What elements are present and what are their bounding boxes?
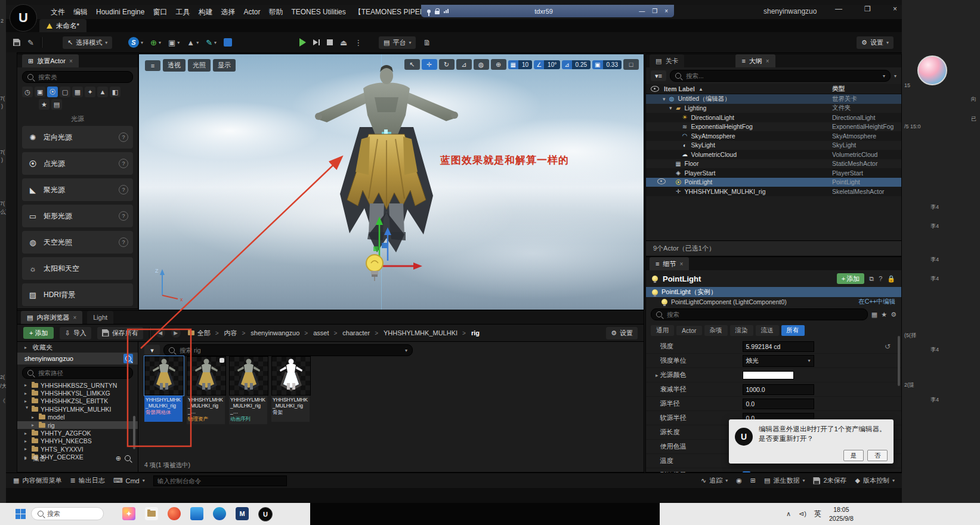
add-collection-icon[interactable]: ⊕ (116, 455, 121, 462)
project-root-row[interactable]: shenyinwangzuo (17, 353, 138, 365)
console-command-input[interactable] (153, 475, 287, 486)
session-icon[interactable]: S▾ (128, 37, 143, 48)
eject-button[interactable]: ⏏ (340, 38, 347, 47)
folder-tree-item[interactable]: ▸ YHTS_KYXXVI (17, 445, 138, 453)
settings-menu[interactable]: ⚙ 设置 ▾ (857, 36, 894, 49)
taskbar-app-icon[interactable]: M (236, 507, 249, 520)
play-options-icon[interactable]: ⋮ (354, 38, 362, 47)
folder-tree-item[interactable]: ▸ YHHYH_NKECBS (17, 437, 138, 445)
menu-item[interactable]: 构建 (194, 5, 217, 19)
taskbar-app-icon[interactable] (190, 507, 203, 520)
menu-item[interactable]: 文件 (47, 5, 69, 19)
folder-tree-item[interactable]: ▸ YHHTY_AZGFOK (17, 429, 138, 437)
geometry-icon[interactable]: ▲ (97, 87, 108, 97)
place-actor-item[interactable]: ✺ 定向光源 ? (22, 126, 133, 149)
start-button[interactable] (16, 509, 26, 519)
derived-data-dropdown[interactable]: ▤ 派生数据 ▾ (764, 476, 805, 485)
viewport-menu-button[interactable]: 透视 (163, 59, 186, 72)
edit-in-cpp-link[interactable]: 在C++中编辑 (858, 298, 895, 306)
collections-row[interactable]: ▸ 集合 ⊕ (17, 453, 138, 464)
chevron-down-icon[interactable]: ▾ (405, 348, 407, 353)
expander-icon[interactable]: ▸ (24, 438, 29, 444)
folder-tree-item[interactable]: ▸ YHHSHHKBSZS_URNTYN (17, 381, 138, 389)
outliner-row[interactable]: ▾ ☁ VolumetricCloud VolumetricCloud (646, 150, 901, 159)
breadcrumb-item[interactable]: shenyinwangzuo > (249, 329, 311, 336)
breadcrumb-item[interactable]: asset > (312, 329, 340, 336)
stop-button[interactable] (327, 39, 333, 45)
avatar[interactable] (917, 55, 947, 85)
details-search[interactable] (651, 308, 868, 320)
breadcrumb-item[interactable]: character > (341, 329, 381, 336)
help-icon[interactable]: ? (119, 132, 128, 142)
add-actor-icon[interactable]: ⊕▾ (150, 38, 161, 47)
place-actor-item[interactable]: ⦿ 点光源 ? (22, 152, 133, 175)
outliner-row[interactable]: ▾ ◐ SkyLight SkyLight (646, 141, 901, 150)
details-tab[interactable]: ≡ 细节 × (650, 257, 689, 270)
place-actor-item[interactable]: ☼ 太阳和天空 ? (22, 257, 133, 280)
help-icon[interactable]: ? (119, 211, 128, 221)
filter-search-icon[interactable] (123, 354, 133, 363)
rdp-close-button[interactable]: × (664, 8, 668, 14)
rdp-minimize-button[interactable]: — (639, 8, 645, 14)
expander-icon[interactable]: ▸ (32, 422, 36, 428)
place-actor-item[interactable]: ▨ HDRI背景 ? (22, 283, 133, 306)
expander-icon[interactable]: ▸ (656, 372, 659, 378)
scale-snap-control[interactable]: ⊿ 0.25 (562, 60, 591, 69)
expander-icon[interactable]: ▸ (24, 399, 29, 404)
help-icon[interactable]: ? (879, 275, 882, 282)
viewport-menu-button[interactable]: 显示 (213, 59, 236, 72)
folder-tree-item[interactable]: ▸ YHHSHHKYSL_LIMKXG (17, 389, 138, 397)
unsaved-button[interactable]: 2未保存 (813, 476, 846, 485)
asset-card[interactable]: YHHSHYLMHK_MULHKI_rig 骨骼网格体 (144, 356, 184, 424)
place-actor-search-input[interactable] (37, 73, 128, 81)
scrollbar[interactable] (133, 416, 135, 449)
outliner-row[interactable]: ▾ ≋ ExponentialHeightFog ExponentialHeig… (646, 122, 901, 132)
details-search-input[interactable] (666, 310, 862, 319)
favorites-row[interactable]: ▸ 收藏夹 (17, 342, 138, 353)
content-settings-menu[interactable]: ⚙ 设置 (606, 327, 638, 339)
rdp-restore-button[interactable]: ❐ (652, 8, 657, 14)
outliner-row[interactable]: ▾ ▦ Floor StaticMeshActor (646, 159, 901, 169)
menu-item[interactable]: Houdini Engine (92, 6, 149, 18)
breadcrumb-item[interactable]: rig > (470, 329, 481, 336)
details-filter-tab[interactable]: 渲染 (730, 325, 753, 336)
import-button[interactable]: ⇩ 导入 (60, 327, 91, 339)
display-options-icon[interactable]: ▦ (871, 311, 877, 319)
path-search-input[interactable] (37, 369, 128, 377)
property-input[interactable]: 5.992184 cd (743, 341, 814, 352)
blueprints-icon[interactable]: ▣▾ (168, 38, 180, 47)
trace-dropdown[interactable]: ∿ 追踪 ▾ (701, 476, 728, 485)
expander-icon[interactable]: ▸ (24, 407, 30, 412)
folder-tree-item[interactable]: ▸ YHHSHHKZSL_EBITTK (17, 397, 138, 405)
surface-snap-icon[interactable]: ⊕ (491, 59, 506, 70)
breadcrumb-item[interactable]: 全部 > (187, 329, 222, 338)
camera-speed-value[interactable]: 0.33 (603, 60, 622, 69)
folder-tree-item[interactable]: ▸ YHHSHYLMHK_MULHKI (17, 405, 138, 413)
folder-tree-item[interactable]: ▸ rig (17, 421, 138, 429)
outliner-row[interactable]: ▾ ◍ Untitled（编辑器） 世界关卡 (646, 94, 901, 104)
rotation-snap-value[interactable]: 10° (544, 60, 560, 69)
outliner-row[interactable]: ▾ ☀ DirectionalLight DirectionalLight (646, 113, 901, 122)
rotation-snap-control[interactable]: ∠ 10° (534, 60, 560, 69)
platform-menu[interactable]: ▤ 平台 ▾ (379, 36, 416, 49)
outliner-row[interactable]: ▾ ▰ Lighting 文件夹 (646, 104, 901, 113)
grid-snap-value[interactable]: 10 (518, 60, 532, 69)
outliner-row[interactable]: ▾ ✛ YHHSHYLMHK_MULHKI_rig SkeletalMeshAc… (646, 187, 901, 196)
maximize-viewport-icon[interactable]: □ (623, 59, 639, 70)
unreal-editor-icon[interactable]: U (258, 507, 273, 521)
place-actor-tab[interactable]: ⊞ 放置Actor × (22, 54, 79, 67)
lights-category-icon[interactable]: ⦿ (47, 87, 58, 97)
landscape-icon[interactable]: ▲▾ (187, 38, 199, 47)
outliner-search[interactable]: ▾ (670, 70, 891, 82)
visual-effects-icon[interactable]: ✦ (85, 87, 95, 97)
expander-icon[interactable]: ▸ (24, 456, 29, 461)
path-search[interactable] (22, 367, 133, 379)
taskbar-app-icon[interactable]: ✦ (122, 507, 135, 520)
source-control-icon[interactable]: ✎ (27, 38, 34, 47)
item-label-column[interactable]: Item Label (664, 85, 695, 92)
editor-mode-select[interactable]: ↖ 选择模式 ▾ (63, 36, 112, 49)
pin-icon[interactable] (427, 10, 431, 13)
close-icon[interactable]: × (679, 261, 683, 267)
taskbar-clock[interactable]: 18:05 2025/9/8 (829, 505, 854, 522)
outliner-filter-icon[interactable]: ▾≡ (651, 70, 666, 81)
